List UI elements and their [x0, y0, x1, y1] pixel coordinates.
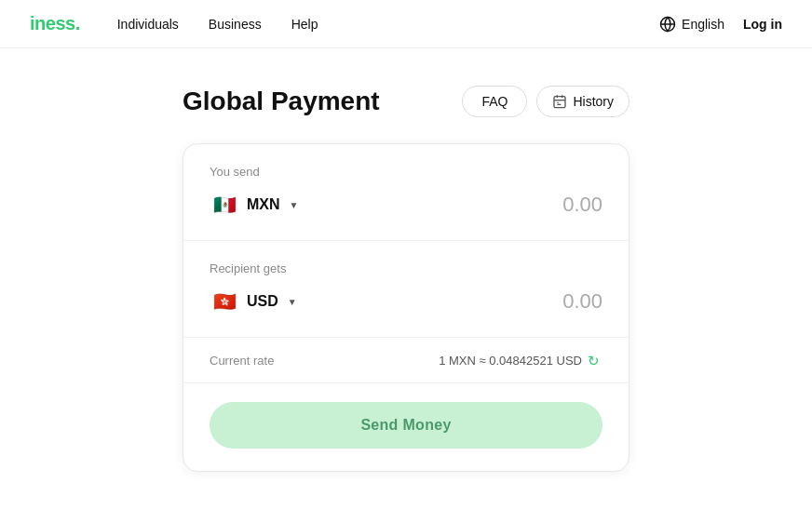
svg-rect-2	[554, 97, 565, 108]
nav-business[interactable]: Business	[209, 17, 262, 32]
language-selector[interactable]: English	[659, 16, 724, 33]
recipient-amount[interactable]: 0.00	[562, 289, 602, 314]
recipient-label: Recipient gets	[210, 261, 602, 275]
history-button[interactable]: History	[536, 86, 629, 117]
rate-text: 1 MXN ≈ 0.04842521 USD	[439, 354, 582, 368]
recipient-currency-selector[interactable]: 🇭🇰 USD ▼	[210, 287, 297, 316]
nav-right: English Log in	[659, 16, 782, 33]
recipient-chevron-icon: ▼	[288, 297, 297, 307]
navbar: iness. Individuals Business Help English…	[0, 0, 812, 48]
recipient-currency-code: USD	[247, 293, 278, 310]
page-header: Global Payment FAQ History	[183, 86, 629, 117]
login-button[interactable]: Log in	[743, 17, 782, 32]
rate-label: Current rate	[210, 354, 274, 368]
recipient-currency-row: 🇭🇰 USD ▼ 0.00	[210, 287, 602, 316]
recipient-flag: 🇭🇰	[210, 287, 239, 316]
nav-help[interactable]: Help	[291, 17, 318, 32]
send-currency-code: MXN	[247, 196, 280, 213]
nav-individuals[interactable]: Individuals	[117, 17, 179, 32]
send-btn-section: Send Money	[183, 383, 629, 471]
payment-card: You send 🇲🇽 MXN ▼ 0.00 Recipient gets 🇭🇰	[183, 143, 629, 472]
send-money-button[interactable]: Send Money	[210, 402, 602, 449]
send-currency-selector[interactable]: 🇲🇽 MXN ▼	[210, 190, 298, 220]
refresh-icon[interactable]: ↻	[588, 353, 602, 368]
send-currency-row: 🇲🇽 MXN ▼ 0.00	[210, 190, 602, 220]
rate-section: Current rate 1 MXN ≈ 0.04842521 USD ↻	[183, 338, 629, 383]
page-title: Global Payment	[183, 87, 380, 116]
send-amount[interactable]: 0.00	[562, 193, 602, 217]
send-chevron-icon: ▼	[290, 200, 299, 210]
globe-icon	[659, 16, 676, 33]
send-flag: 🇲🇽	[210, 190, 239, 220]
send-section: You send 🇲🇽 MXN ▼ 0.00	[183, 144, 629, 241]
rate-value-row: 1 MXN ≈ 0.04842521 USD ↻	[439, 353, 602, 368]
history-icon	[552, 94, 567, 109]
recipient-section: Recipient gets 🇭🇰 USD ▼ 0.00	[183, 241, 629, 338]
language-label: English	[682, 17, 724, 32]
main-content: Global Payment FAQ History You send	[0, 48, 812, 472]
nav-links: Individuals Business Help	[117, 17, 659, 32]
logo[interactable]: iness.	[30, 13, 80, 34]
send-label: You send	[210, 165, 602, 179]
faq-button[interactable]: FAQ	[462, 86, 527, 117]
header-actions: FAQ History	[462, 86, 629, 117]
